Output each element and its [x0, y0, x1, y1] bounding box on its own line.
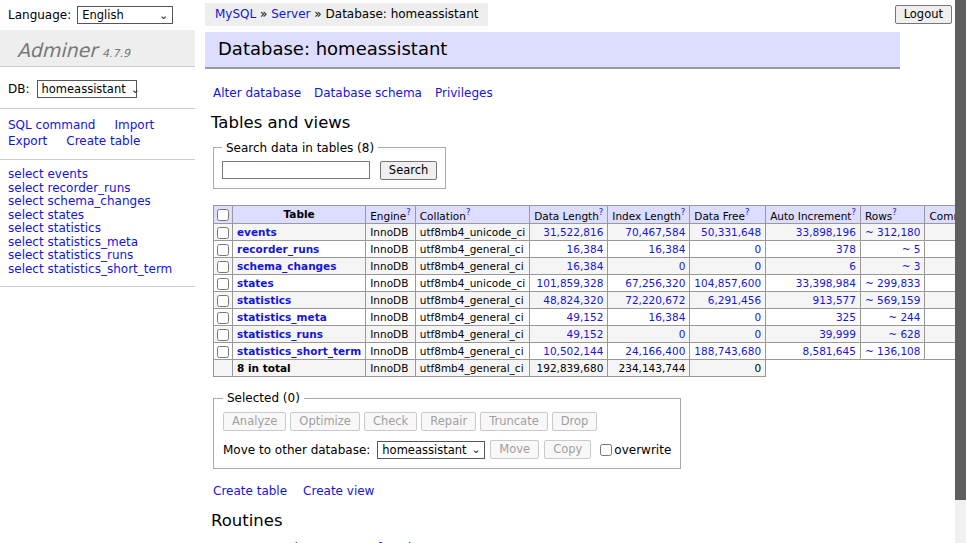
data-length-link[interactable]: 49,152: [567, 328, 604, 340]
search-button[interactable]: Search: [380, 161, 438, 180]
data-free-link[interactable]: 0: [754, 260, 761, 272]
column-help-link[interactable]: ?: [406, 207, 411, 217]
data-free-link[interactable]: 0: [754, 311, 761, 323]
subnav-link[interactable]: Database schema: [314, 86, 422, 100]
rows-link[interactable]: ~ 569,159: [865, 294, 921, 306]
auto-increment-link[interactable]: 33,898,196: [796, 226, 856, 238]
select-all-checkbox[interactable]: [217, 209, 229, 221]
table-name-link[interactable]: schema_changes: [237, 260, 337, 272]
breadcrumb-link[interactable]: Server: [271, 7, 310, 21]
table-name-link[interactable]: statistics_meta: [237, 311, 327, 323]
column-help-link[interactable]: ?: [599, 207, 604, 217]
create-view-link[interactable]: Create view: [303, 484, 374, 498]
index-length-link[interactable]: 0: [679, 328, 686, 340]
index-length-link[interactable]: 24,166,400: [625, 345, 685, 357]
sidebar-table-link[interactable]: select statistics: [8, 222, 195, 236]
auto-increment-link[interactable]: 39,999: [819, 328, 856, 340]
index-length-link[interactable]: 72,220,672: [625, 294, 685, 306]
data-free-link[interactable]: 6,291,456: [708, 294, 761, 306]
rows-link[interactable]: ~ 5: [902, 243, 921, 255]
repair-button[interactable]: Repair: [421, 412, 476, 431]
data-length-link[interactable]: 101,859,328: [537, 277, 604, 289]
row-checkbox[interactable]: [217, 278, 229, 290]
column-help-link[interactable]: ?: [466, 207, 471, 217]
rows-link[interactable]: ~ 3: [902, 260, 921, 272]
row-checkbox[interactable]: [217, 295, 229, 307]
auto-increment-link[interactable]: 6: [849, 260, 856, 272]
data-length-link[interactable]: 16,384: [567, 243, 604, 255]
row-checkbox[interactable]: [217, 312, 229, 324]
move-button[interactable]: Move: [490, 440, 539, 459]
overwrite-checkbox[interactable]: [600, 444, 612, 456]
scrollbar-thumb[interactable]: [955, 0, 966, 500]
data-length-link[interactable]: 49,152: [567, 311, 604, 323]
drop-button[interactable]: Drop: [552, 412, 598, 431]
data-free-link[interactable]: 0: [754, 243, 761, 255]
column-help-link[interactable]: ?: [745, 207, 750, 217]
row-checkbox[interactable]: [217, 329, 229, 341]
data-length-link[interactable]: 16,384: [567, 260, 604, 272]
copy-button[interactable]: Copy: [544, 440, 591, 459]
sidebar-table-link[interactable]: select statistics_short_term: [8, 263, 195, 277]
auto-increment-link[interactable]: 378: [836, 243, 856, 255]
vertical-scrollbar[interactable]: [955, 0, 966, 543]
check-button[interactable]: Check: [364, 412, 417, 431]
table-name-link[interactable]: recorder_runs: [237, 243, 319, 255]
data-length-link[interactable]: 31,522,816: [543, 226, 603, 238]
sidebar-table-link[interactable]: select schema_changes: [8, 195, 195, 209]
data-length-link[interactable]: 10,502,144: [543, 345, 603, 357]
rows-link[interactable]: ~ 136,108: [865, 345, 921, 357]
table-name-link[interactable]: states: [237, 277, 274, 289]
rows-link[interactable]: ~ 299,833: [865, 277, 921, 289]
table-name-link[interactable]: statistics_short_term: [237, 345, 361, 357]
table-name-link[interactable]: statistics: [237, 294, 291, 306]
table-name-link[interactable]: statistics_runs: [237, 328, 323, 340]
breadcrumb-link[interactable]: MySQL: [215, 7, 256, 21]
sidebar-action-link[interactable]: Export: [8, 133, 47, 149]
sidebar-table-link[interactable]: select statistics_meta: [8, 236, 195, 250]
row-checkbox[interactable]: [217, 346, 229, 358]
index-length-link[interactable]: 70,467,584: [625, 226, 685, 238]
auto-increment-link[interactable]: 325: [836, 311, 856, 323]
move-database-select[interactable]: homeassistant ⌄: [377, 441, 485, 459]
column-help-link[interactable]: ?: [851, 207, 856, 217]
row-checkbox[interactable]: [217, 261, 229, 273]
sidebar-table-link[interactable]: select recorder_runs: [8, 182, 195, 196]
create-table-link[interactable]: Create table: [213, 484, 287, 498]
table-name-link[interactable]: events: [237, 226, 277, 238]
index-length-link[interactable]: 67,256,320: [625, 277, 685, 289]
sidebar-action-link[interactable]: Import: [114, 117, 154, 133]
column-help-link[interactable]: ?: [681, 207, 686, 217]
subnav-link[interactable]: Privileges: [435, 86, 493, 100]
search-input[interactable]: [222, 161, 370, 179]
data-free-link[interactable]: 104,857,600: [694, 277, 761, 289]
column-help-link[interactable]: ?: [892, 207, 897, 217]
sidebar-action-link[interactable]: Create table: [66, 133, 140, 149]
row-checkbox[interactable]: [217, 227, 229, 239]
data-free-link[interactable]: 188,743,680: [694, 345, 761, 357]
auto-increment-link[interactable]: 8,581,645: [802, 345, 855, 357]
auto-increment-link[interactable]: 913,577: [813, 294, 856, 306]
sidebar-table-link[interactable]: select statistics_runs: [8, 249, 195, 263]
db-select[interactable]: homeassistant ⌄: [37, 80, 137, 98]
sidebar-action-link[interactable]: SQL command: [8, 117, 95, 133]
rows-link[interactable]: ~ 628: [888, 328, 920, 340]
index-length-link[interactable]: 16,384: [649, 311, 686, 323]
data-free-cell: 0: [690, 241, 766, 258]
rows-link[interactable]: ~ 244: [888, 311, 920, 323]
index-length-link[interactable]: 16,384: [649, 243, 686, 255]
sidebar-table-link[interactable]: select events: [8, 168, 195, 182]
subnav-link[interactable]: Alter database: [213, 86, 301, 100]
data-free-link[interactable]: 50,331,648: [701, 226, 761, 238]
data-length-link[interactable]: 48,824,320: [543, 294, 603, 306]
analyze-button[interactable]: Analyze: [223, 412, 286, 431]
sidebar-table-link[interactable]: select states: [8, 209, 195, 223]
data-free-link[interactable]: 0: [754, 328, 761, 340]
row-checkbox[interactable]: [217, 244, 229, 256]
optimize-button[interactable]: Optimize: [290, 412, 360, 431]
language-select[interactable]: English ⌄: [77, 6, 173, 24]
auto-increment-link[interactable]: 33,398,984: [796, 277, 856, 289]
truncate-button[interactable]: Truncate: [480, 412, 548, 431]
index-length-link[interactable]: 0: [679, 260, 686, 272]
rows-link[interactable]: ~ 312,180: [865, 226, 921, 238]
